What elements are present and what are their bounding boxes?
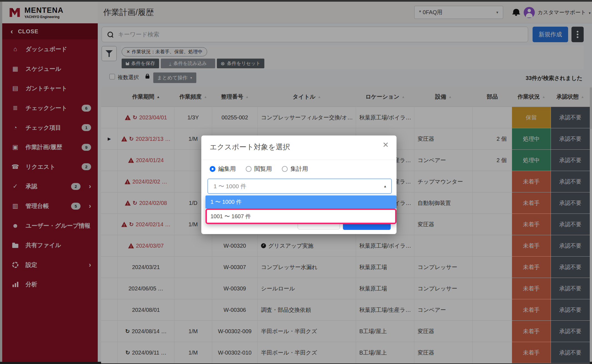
range-option-0[interactable]: 1 〜 1000 件 <box>205 195 397 209</box>
close-icon[interactable]: ✕ <box>382 140 389 149</box>
app-root: MENTENA YACHIYO Engineering ‹ CLOSE ⌂ダッシ… <box>0 0 592 364</box>
modal-title: エクスポート対象を選択 <box>210 142 290 152</box>
range-option-list: 1 〜 1000 件1001 〜 1607 件 <box>205 195 397 224</box>
radio-option-0[interactable]: 編集用 <box>210 165 236 173</box>
export-type-radio-group: 編集用閲覧用集計用 <box>210 165 308 173</box>
range-select[interactable]: 1 〜 1000 件 ▲ <box>207 179 392 194</box>
radio-option-1[interactable]: 閲覧用 <box>246 165 272 173</box>
radio-label: 集計用 <box>290 165 308 173</box>
radio-option-2[interactable]: 集計用 <box>282 165 308 173</box>
range-option-1-highlighted[interactable]: 1001 〜 1607 件 <box>205 209 397 224</box>
radio-unselected-icon <box>282 166 288 172</box>
radio-label: 編集用 <box>218 165 236 173</box>
radio-unselected-icon <box>246 166 252 172</box>
radio-selected-icon <box>210 166 215 172</box>
range-select-value: 1 〜 1000 件 <box>214 182 246 190</box>
modal-divider <box>201 160 397 160</box>
export-modal: エクスポート対象を選択 ✕ 編集用閲覧用集計用 1 〜 1000 件 ▲ 1 〜… <box>201 135 397 234</box>
chevron-up-icon: ▲ <box>383 184 387 188</box>
radio-label: 閲覧用 <box>254 165 272 173</box>
